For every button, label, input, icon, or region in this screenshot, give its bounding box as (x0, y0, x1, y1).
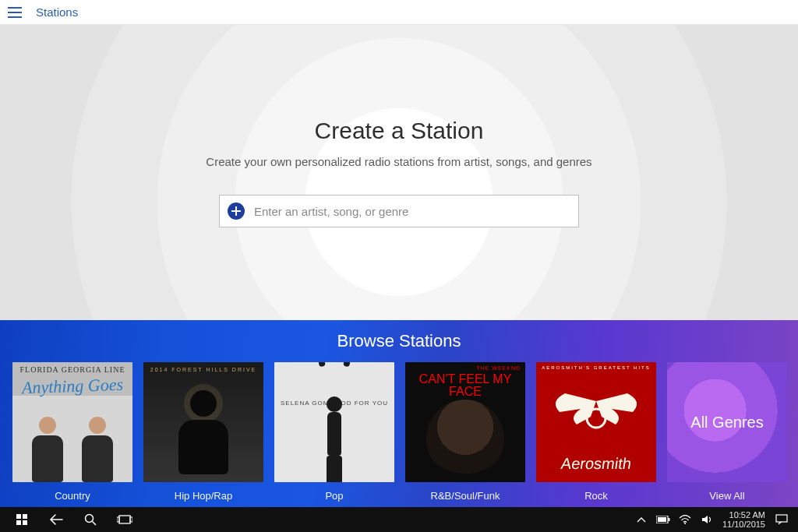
browse-stations-section: Browse Stations FLORIDA GEORGIA LINE Any… (0, 320, 798, 507)
start-button[interactable] (5, 507, 39, 532)
svg-point-5 (86, 515, 94, 523)
search-button[interactable] (73, 507, 108, 532)
page-title: Stations (36, 5, 78, 19)
album-band-text: FLORIDA GEORGIA LINE (12, 365, 132, 374)
album-artist-text: THE WEEKND (476, 365, 521, 371)
browse-heading: Browse Stations (337, 331, 461, 351)
svg-rect-7 (117, 517, 119, 522)
wings-icon (546, 386, 647, 448)
tile-label: Country (55, 490, 90, 502)
create-station-hero: Create a Station Create your own persona… (0, 25, 798, 320)
all-genres-text: All Genres (690, 414, 763, 432)
station-tile-view-all[interactable]: All Genres View All (667, 362, 787, 502)
clock-time: 10:52 AM (729, 510, 765, 520)
hamburger-menu-icon[interactable] (8, 7, 22, 18)
station-tile-rock[interactable]: AEROSMITH'S GREATEST HITS Aerosmith Rock (536, 362, 656, 502)
clock-date: 11/10/2015 (722, 520, 765, 529)
album-art-rnb: THE WEEKND CAN'T FEEL MY FACE (405, 362, 525, 482)
task-view-button[interactable] (108, 507, 142, 532)
svg-point-12 (684, 523, 686, 524)
windows-taskbar: 10:52 AM 11/10/2015 (0, 507, 798, 532)
album-art-hiphop: 2014 FOREST HILLS DRIVE (143, 362, 263, 482)
tray-up-icon[interactable] (630, 507, 652, 532)
top-bar: Stations (0, 0, 798, 25)
album-small-text: 2014 FOREST HILLS DRIVE (143, 367, 263, 372)
album-art-pop: SELENA GOMEZ GOOD FOR YOU (274, 362, 394, 482)
taskbar-clock[interactable]: 10:52 AM 11/10/2015 (718, 510, 770, 529)
station-tile-pop[interactable]: SELENA GOMEZ GOOD FOR YOU Pop (274, 362, 394, 502)
svg-rect-1 (16, 514, 21, 519)
svg-rect-2 (23, 514, 27, 519)
tile-label: R&B/Soul/Funk (431, 490, 500, 502)
plus-icon[interactable] (228, 203, 245, 220)
station-tile-country[interactable]: FLORIDA GEORGIA LINE Anything Goes Count… (12, 362, 132, 502)
station-tile-hiphop[interactable]: 2014 FOREST HILLS DRIVE Hip Hop/Rap (143, 362, 263, 502)
tile-label: View All (709, 490, 744, 502)
tile-label: Pop (325, 490, 343, 502)
volume-icon[interactable] (696, 507, 718, 532)
svg-rect-3 (16, 520, 21, 525)
svg-point-0 (587, 409, 606, 428)
album-logo-text: Aerosmith (541, 455, 651, 473)
album-title-text: CAN'T FEEL MY FACE (410, 373, 521, 398)
wifi-icon[interactable] (674, 507, 696, 532)
svg-rect-6 (119, 516, 130, 523)
all-genres-tile: All Genres (667, 362, 787, 482)
battery-icon[interactable] (652, 507, 674, 532)
station-tile-rnb[interactable]: THE WEEKND CAN'T FEEL MY FACE R&B/Soul/F… (405, 362, 525, 502)
action-center-icon[interactable] (770, 507, 793, 532)
hero-heading: Create a Station (315, 118, 484, 144)
album-small-text: AEROSMITH'S GREATEST HITS (536, 365, 656, 370)
svg-rect-13 (776, 515, 787, 522)
svg-rect-4 (23, 520, 27, 525)
svg-rect-10 (668, 518, 669, 521)
back-button[interactable] (39, 507, 73, 532)
app-window: Stations Create a Station Create your ow… (0, 0, 798, 507)
tile-label: Rock (584, 490, 608, 502)
tile-label: Hip Hop/Rap (175, 490, 232, 502)
album-art-rock: AEROSMITH'S GREATEST HITS Aerosmith (536, 362, 656, 482)
station-search-box[interactable] (219, 195, 579, 227)
station-search-input[interactable] (254, 205, 570, 218)
album-art-country: FLORIDA GEORGIA LINE Anything Goes (12, 362, 132, 482)
svg-rect-8 (130, 517, 132, 522)
svg-rect-11 (658, 517, 666, 522)
hero-subheading: Create your own personalized radio stati… (206, 155, 591, 168)
station-tiles-row: FLORIDA GEORGIA LINE Anything Goes Count… (12, 362, 786, 502)
album-title-script: Anything Goes (12, 374, 132, 398)
